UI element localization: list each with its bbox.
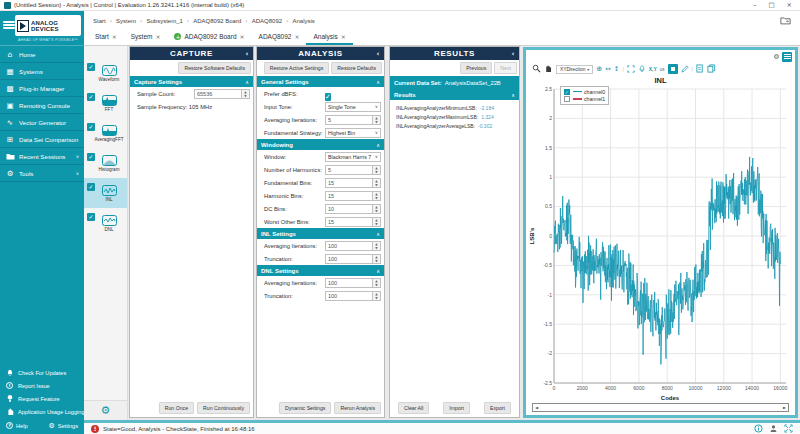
breadcrumb-item[interactable]: Subsystem_1	[147, 18, 183, 24]
collapse-section-icon[interactable]: ∧	[511, 92, 515, 98]
scroll-right-icon[interactable]: ►	[783, 405, 786, 410]
export-session-icon[interactable]	[780, 16, 791, 26]
sidebar-item-remoting-console[interactable]: ▣ Remoting Console	[0, 97, 84, 114]
tab-analysis[interactable]: Analysis ×	[306, 30, 352, 45]
check-for-updates-button[interactable]: Check For Updates	[0, 366, 84, 379]
clear-all-button[interactable]: Clear All	[398, 402, 429, 414]
spinner[interactable]: ▲▼	[373, 291, 381, 301]
results-section[interactable]: Results ∧	[390, 89, 519, 100]
window-select[interactable]: Blackman Harris 7 ∨	[325, 152, 381, 162]
scroll-left-icon[interactable]: ◄	[535, 405, 538, 410]
spinner[interactable]: ▲▼	[373, 241, 381, 251]
info-icon[interactable]	[754, 424, 763, 434]
tool-item-histogram[interactable]: ✓ Histogram	[84, 148, 127, 178]
application-usage-logging-button[interactable]: Application Usage Logging	[0, 405, 84, 418]
sidebar-item-data-set-comparison[interactable]: ⊞ Data Set Comparison	[0, 131, 84, 148]
tool-settings-gear-icon[interactable]: ⚙	[84, 400, 127, 420]
import-button[interactable]: Import	[443, 402, 470, 414]
collapse-section-icon[interactable]: ∧	[376, 142, 380, 148]
minimize-button[interactable]: –	[753, 1, 756, 9]
request-feature-button[interactable]: Request Feature	[0, 392, 84, 405]
dnl-settings-section[interactable]: DNL Settings ∧	[257, 265, 384, 276]
breadcrumb-item[interactable]: Analysis	[292, 18, 314, 24]
collapse-section-icon[interactable]: ∧	[245, 79, 249, 85]
close-icon[interactable]: ×	[112, 33, 117, 40]
tool-item-dnl[interactable]: ✓ DNL	[84, 208, 127, 238]
worst-other-bins-input[interactable]	[325, 217, 373, 227]
restore-active-settings-button[interactable]: Restore Active Settings	[264, 62, 330, 74]
export-button[interactable]: Export	[484, 402, 511, 414]
restore-defaults-button[interactable]: Restore Defaults	[331, 62, 382, 74]
breadcrumb-item[interactable]: Start	[93, 18, 106, 24]
menu-hamburger-icon[interactable]	[3, 15, 15, 36]
close-icon[interactable]: ×	[294, 33, 299, 40]
settings-button[interactable]: ⚙ Settings	[49, 422, 79, 430]
checkbox-checked-icon[interactable]: ✓	[87, 123, 95, 131]
tab-adaq8092-board[interactable]: + ADAQ8092 Board ×	[167, 30, 251, 45]
spinner[interactable]: ▲▼	[373, 254, 381, 264]
close-icon[interactable]: ×	[341, 33, 346, 40]
export-chart-icon[interactable]	[696, 64, 704, 74]
spinner[interactable]: ▲▼	[373, 278, 381, 288]
annotate-pencil-icon[interactable]	[681, 65, 689, 74]
windowing-section[interactable]: Windowing ∧	[257, 139, 384, 150]
report-issue-button[interactable]: ! Report Issue	[0, 379, 84, 392]
checkbox-checked-icon[interactable]: ✓	[87, 63, 95, 71]
tool-item-fft[interactable]: ✓ FFT	[84, 88, 127, 118]
legend-item-channel0[interactable]: ✓channel0	[564, 89, 605, 95]
collapse-section-icon[interactable]: ∧	[376, 268, 380, 274]
zoom-icon[interactable]	[532, 64, 541, 74]
spinner[interactable]: ▲▼	[373, 191, 381, 201]
dnl-truncation-input[interactable]	[325, 291, 373, 301]
run-continuously-button[interactable]: Run Continuously	[197, 402, 250, 414]
sidebar-item-systems[interactable]: ▦ Systems	[0, 63, 84, 80]
spinner[interactable]: ▲▼	[373, 217, 381, 227]
checkbox-checked-icon[interactable]: ✓	[564, 89, 570, 95]
horizontal-scale-icon[interactable]: ↔	[605, 65, 610, 73]
fundamental-bins-input[interactable]	[325, 178, 373, 188]
collapse-panel-icon[interactable]: ‹	[246, 50, 250, 58]
sidebar-item-tools[interactable]: ⚙ Tools ∨	[0, 165, 84, 182]
number-of-harmonics-input[interactable]	[325, 165, 373, 175]
alarm-bell-icon[interactable]	[638, 65, 646, 74]
inl-truncation-input[interactable]	[325, 254, 373, 264]
legend-item-channel1[interactable]: channel1	[564, 96, 605, 102]
rerun-analysis-button[interactable]: Rerun Analysis	[334, 402, 381, 414]
checkbox-checked-icon[interactable]: ✓	[87, 153, 95, 161]
vertical-scale-icon[interactable]: ↕	[614, 65, 619, 73]
move-plot-icon[interactable]: ⊕	[596, 65, 602, 73]
spinner[interactable]: ▲▼	[373, 178, 381, 188]
chart-type-button[interactable]	[668, 64, 678, 74]
dnl-averaging-iterations-input[interactable]	[325, 278, 373, 288]
checkbox-checked-icon[interactable]: ✓	[87, 213, 95, 221]
spinner[interactable]: ▲▼	[373, 165, 381, 175]
copy-chart-icon[interactable]	[707, 64, 716, 74]
spinner[interactable]: ▲▼	[373, 204, 381, 214]
harmonic-bins-input[interactable]	[325, 191, 373, 201]
help-button[interactable]: ? Help	[6, 422, 28, 429]
sidebar-item-recent-sessions[interactable]: Recent Sessions ∨	[0, 148, 84, 165]
maximize-button[interactable]: □	[768, 1, 774, 9]
close-icon[interactable]: ×	[155, 33, 160, 40]
resize-icon[interactable]	[784, 424, 793, 434]
restore-software-defaults-button[interactable]: Restore Software Defaults	[178, 62, 251, 74]
tool-item-waveform[interactable]: ✓ Waveform	[84, 58, 127, 88]
plot-area[interactable]: 0200040006000800010000120001400016000-2.…	[528, 85, 793, 402]
pan-hand-icon[interactable]	[544, 64, 553, 74]
sidebar-item-vector-generator[interactable]: ∿ Vector Generator	[0, 114, 84, 131]
dc-bins-input[interactable]	[325, 204, 373, 214]
capture-settings-section[interactable]: Capture Settings ∧	[130, 76, 253, 87]
breadcrumb-item[interactable]: ADAQ8092 Board	[193, 18, 241, 24]
collapse-section-icon[interactable]: ∧	[376, 231, 380, 237]
close-button[interactable]: ×	[787, 1, 792, 9]
xy-direction-select[interactable]: XYDirection ▾	[556, 65, 593, 74]
checkbox-checked-icon[interactable]: ✓	[87, 183, 95, 191]
averaging-iterations-input[interactable]	[325, 115, 373, 125]
sidebar-item-plugin-manager[interactable]: ▩ Plug-in Manager	[0, 80, 84, 97]
fundamental-strategy-select[interactable]: Highest Bin ∨	[325, 128, 381, 138]
chart-menu-icon[interactable]	[782, 52, 792, 62]
spinner[interactable]: ▲▼	[242, 89, 250, 99]
spinner[interactable]: ▲▼	[373, 115, 381, 125]
units-toggle[interactable]: us	[660, 67, 665, 72]
pin-icon[interactable]	[774, 54, 779, 59]
